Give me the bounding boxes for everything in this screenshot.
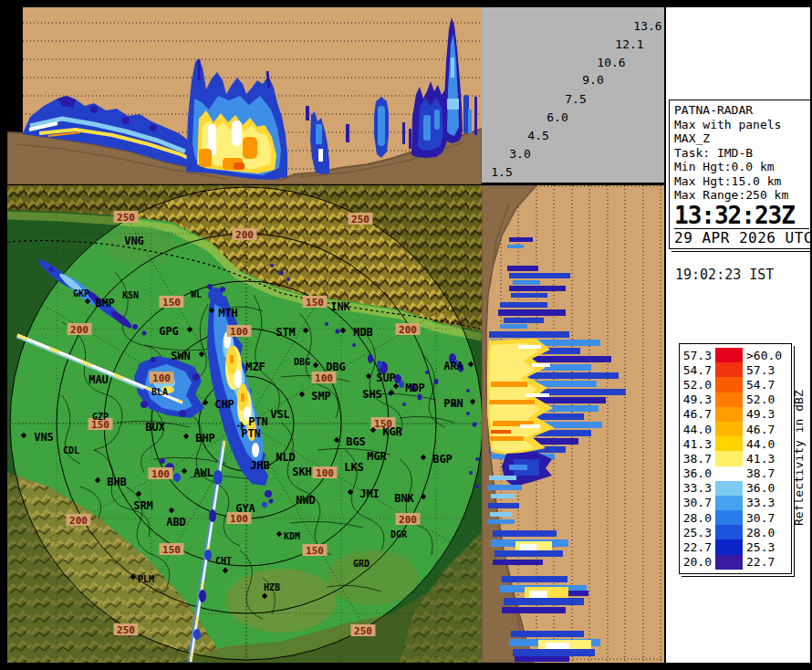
range-label: 200 xyxy=(399,324,417,336)
xz-nodata-notch xyxy=(7,7,23,132)
height-label: 6.0 xyxy=(547,110,567,124)
range-label: 100 xyxy=(316,467,334,479)
range-label: 150 xyxy=(162,297,181,309)
legend-value-right: 44.0 xyxy=(743,437,775,451)
station-label: KSN xyxy=(122,290,139,300)
legend-value-right: 46.7 xyxy=(743,423,775,436)
station-label: SRM xyxy=(133,499,153,512)
legend-row: 22.725.3 xyxy=(682,539,789,554)
station-label: MTH xyxy=(218,307,238,319)
station-label: HZB xyxy=(264,582,280,592)
height-label: 9.0 xyxy=(582,73,603,87)
range-label: 250 xyxy=(117,212,135,224)
legend-color-swatch xyxy=(715,481,743,496)
legend-value-left: 41.3 xyxy=(682,437,712,451)
station-label: INK xyxy=(330,300,350,313)
legend-title: Reflectivity in dBZ xyxy=(791,343,806,573)
legend-row: 20.022.7 xyxy=(682,555,789,570)
height-label: 12.1 xyxy=(615,37,643,51)
station-label: GYA xyxy=(235,502,255,515)
legend-row: 57.3>60.0 xyxy=(682,348,789,362)
legend-value-right: 36.0 xyxy=(743,481,775,495)
product-info-line: Min Hgt:0.0 km xyxy=(674,160,809,174)
station-label: LKS xyxy=(344,461,364,474)
height-label: 13.6 xyxy=(633,19,661,33)
station-label: BLA xyxy=(151,387,168,397)
legend-row: 25.328.0 xyxy=(682,525,789,539)
legend-row: 54.757.3 xyxy=(682,362,789,377)
range-label: 250 xyxy=(117,624,135,636)
legend-value-left: 28.0 xyxy=(682,511,712,525)
legend-value-right: 33.3 xyxy=(743,496,775,509)
station-label: CHT xyxy=(215,556,232,566)
product-info-line: Task: IMD-B xyxy=(674,146,809,161)
legend-row: 38.741.3 xyxy=(682,451,789,466)
station-label: MAU xyxy=(88,373,109,386)
station-label: PTN xyxy=(248,415,268,428)
station-label: BGS xyxy=(346,435,366,448)
station-label: GKP xyxy=(73,288,89,298)
legend-value-left: 46.7 xyxy=(682,407,712,421)
product-info-line: Max Hgt:15.0 km xyxy=(674,174,809,189)
legend-color-swatch xyxy=(715,393,743,407)
legend-value-right: 49.3 xyxy=(743,407,775,421)
legend-value-left: 57.3 xyxy=(682,349,712,362)
range-label: 150 xyxy=(306,545,324,557)
range-label: 150 xyxy=(162,544,181,556)
yz-cross-section-image xyxy=(482,185,664,663)
station-label: GPG xyxy=(159,325,179,338)
reflectivity-legend: 57.3>60.054.757.352.054.749.352.046.749.… xyxy=(679,343,792,574)
legend-color-swatch xyxy=(715,407,743,422)
legend-row: 44.046.7 xyxy=(682,422,789,436)
station-label: SKH xyxy=(292,466,312,478)
legend-value-left: 49.3 xyxy=(682,393,712,406)
ppi-map-image: 2502502502502002002002002001501501501501… xyxy=(7,185,482,663)
station-label: BHP xyxy=(195,432,215,445)
legend-color-swatch xyxy=(715,525,743,539)
airport-plane-icon: ✈ xyxy=(237,419,247,433)
station-label: SMP xyxy=(311,390,331,403)
station-label: BGP xyxy=(432,453,453,466)
ppi-map-panel: 2502502502502002002002002001501501501501… xyxy=(7,185,482,663)
station-label: SUP xyxy=(376,372,396,384)
station-label: CHP xyxy=(214,398,234,411)
height-label: 3.0 xyxy=(509,147,530,161)
legend-value-left: 22.7 xyxy=(682,540,712,554)
station-label: STM xyxy=(276,326,296,339)
station-label: BNK xyxy=(394,492,414,505)
legend-row: 33.336.0 xyxy=(682,481,789,496)
legend-color-swatch xyxy=(715,555,743,570)
station-label: PLM xyxy=(138,574,154,584)
station-label: JHB xyxy=(250,459,270,472)
station-label: BUX xyxy=(145,421,165,434)
range-label: 200 xyxy=(399,514,417,526)
legend-row: 36.038.7 xyxy=(682,466,789,481)
station-label: NWD xyxy=(296,494,316,507)
product-info-lines: PATNA-RADARMax with panelsMAX_ZTask: IMD… xyxy=(674,103,809,203)
legend-value-right: 25.3 xyxy=(743,540,775,554)
height-label: 4.5 xyxy=(527,129,548,142)
legend-row: 28.030.7 xyxy=(682,510,789,525)
station-label: ARA xyxy=(443,360,463,372)
legend-color-swatch xyxy=(715,510,743,525)
height-scale-panel: 1.53.04.56.07.59.010.612.113.6 xyxy=(482,7,664,183)
legend-value-right: 38.7 xyxy=(743,466,775,480)
legend-value-right: >60.0 xyxy=(743,349,782,362)
station-label: GZP xyxy=(92,412,109,422)
station-label: ABD xyxy=(166,516,186,529)
height-label: 10.6 xyxy=(597,56,625,69)
legend-row: 49.352.0 xyxy=(682,393,789,407)
legend-value-left: 33.3 xyxy=(682,481,712,495)
legend-row: 46.749.3 xyxy=(682,407,789,422)
station-label: MGR xyxy=(367,450,387,463)
range-label: 250 xyxy=(351,214,370,225)
range-label: 100 xyxy=(152,372,171,384)
legend-value-right: 28.0 xyxy=(743,526,775,539)
station-label: DBG xyxy=(294,357,310,367)
range-label: 150 xyxy=(306,297,324,309)
legend-color-swatch xyxy=(715,348,743,362)
legend-color-swatch xyxy=(715,539,743,554)
legend-row: 30.733.3 xyxy=(682,496,789,510)
station-label: BMP xyxy=(95,297,115,309)
range-label: 250 xyxy=(354,625,372,637)
